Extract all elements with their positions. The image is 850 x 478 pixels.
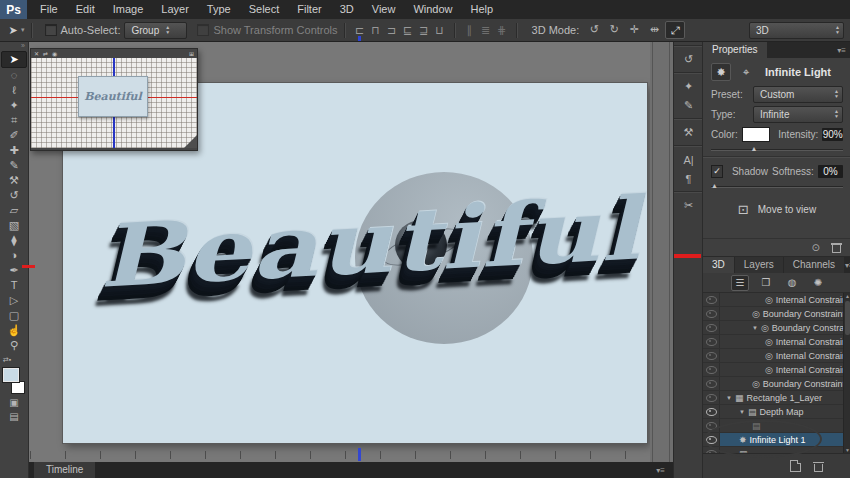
screen-mode-icon[interactable]: ▤ xyxy=(2,411,26,422)
layer-row[interactable]: ▼▦Rectangle 1_Layer xyxy=(703,391,844,405)
intensity-slider-thumb[interactable]: ▲ xyxy=(751,145,758,153)
softness-slider-thumb[interactable]: ▲ xyxy=(711,182,718,190)
align-horizontal-centers-icon[interactable]: ⊓ xyxy=(368,22,384,38)
menu-3d[interactable]: 3D xyxy=(331,0,363,19)
visibility-cell[interactable] xyxy=(703,293,720,306)
toggle-light-icon[interactable]: ⊙ xyxy=(812,242,820,253)
eye-icon[interactable] xyxy=(706,296,717,304)
scrollbar-thumb[interactable] xyxy=(845,301,850,335)
secondary-view-grid[interactable]: Beautiful xyxy=(31,58,197,148)
scene-filter-icon[interactable]: ☰ xyxy=(731,275,749,291)
layer-row-content[interactable]: ◎Boundary Constraint 12 xyxy=(720,377,844,390)
brushes-panel-icon[interactable]: ✎ xyxy=(674,96,703,115)
toolbar-collapse-icon[interactable]: » xyxy=(0,42,28,51)
quick-selection-tool[interactable]: ✦ xyxy=(2,98,26,113)
3d-slide-icon[interactable]: ⇹ xyxy=(645,21,663,37)
auto-select-target-dropdown[interactable]: Group ▲▼ xyxy=(124,22,187,39)
visibility-cell[interactable] xyxy=(703,377,720,390)
panel-menu-icon[interactable]: ▾≡ xyxy=(656,466,665,475)
tab-layers[interactable]: Layers xyxy=(735,257,783,273)
resize-corner-handle[interactable] xyxy=(184,135,197,148)
eraser-tool[interactable]: ▱ xyxy=(2,203,26,218)
layer-row[interactable]: ▼▤Depth Map xyxy=(703,405,844,419)
clone-stamp-tool[interactable]: ⚒ xyxy=(2,173,26,188)
visibility-cell[interactable] xyxy=(703,405,720,418)
marquee-tool[interactable]: ◌ xyxy=(2,68,26,83)
gradient-tool[interactable]: ▧ xyxy=(2,218,26,233)
layer-row[interactable]: ▼◎Boundary Constraint 8 xyxy=(703,321,844,335)
3d-scale-icon[interactable]: ⤢ xyxy=(665,21,685,39)
align-vertical-centers-icon[interactable]: ⊒ xyxy=(416,22,432,38)
menu-type[interactable]: Type xyxy=(198,0,240,19)
tab-3d[interactable]: 3D xyxy=(703,257,734,273)
visibility-cell[interactable] xyxy=(703,335,720,348)
expand-triangle-icon[interactable]: ▼ xyxy=(739,409,745,415)
eye-icon[interactable] xyxy=(706,366,717,374)
align-right-edges-icon[interactable]: ⊐ xyxy=(384,22,400,38)
layer-row-content[interactable]: ◎Internal Constraint 6 xyxy=(720,293,844,306)
light-color-swatch[interactable] xyxy=(742,127,771,142)
scroll-down-icon[interactable]: ▼ xyxy=(845,447,850,453)
layer-row[interactable]: ◎Boundary Constraint 7 xyxy=(703,307,844,321)
layer-row[interactable]: ◎Internal Constraint... xyxy=(703,349,844,363)
distribute-horizontal-icon[interactable]: ∥ xyxy=(462,22,478,38)
softness-value-field[interactable]: 0% xyxy=(818,165,843,178)
intensity-value-field[interactable]: 90% xyxy=(822,128,843,141)
expand-triangle-icon[interactable]: ▼ xyxy=(726,395,732,401)
hand-tool[interactable]: ☝ xyxy=(2,323,26,338)
move-tool-icon[interactable]: ➤ xyxy=(5,22,21,38)
eye-icon[interactable] xyxy=(706,352,717,360)
brush-tool[interactable]: ✎ xyxy=(2,158,26,173)
delete-icon[interactable] xyxy=(832,242,841,253)
menu-window[interactable]: Window xyxy=(404,0,461,19)
layer-row-content[interactable]: ◎Boundary Constraint 7 xyxy=(720,307,844,320)
clone-source-panel-icon[interactable]: ⚒ xyxy=(674,123,703,142)
shadow-checkbox[interactable]: ✓ xyxy=(711,165,723,178)
eye-icon[interactable] xyxy=(706,380,717,388)
intensity-slider[interactable]: ▲ xyxy=(711,145,843,153)
healing-brush-tool[interactable]: ✚ xyxy=(2,143,26,158)
layer-row[interactable]: ◎Internal Constraint... xyxy=(703,363,844,377)
visibility-cell[interactable] xyxy=(703,307,720,320)
dodge-tool[interactable]: ◑ xyxy=(2,248,26,263)
panel-menu-icon[interactable]: ▾≡ xyxy=(837,46,846,55)
eyedropper-tool[interactable]: ✐ xyxy=(2,128,26,143)
distribute-vertical-icon[interactable]: ≣ xyxy=(478,22,494,38)
scroll-up-icon[interactable]: ▲ xyxy=(845,293,850,299)
tool-preset-dropdown-icon[interactable]: ▾ xyxy=(21,26,25,34)
align-top-edges-icon[interactable]: ⊑ xyxy=(400,22,416,38)
3d-drag-icon[interactable]: ✛ xyxy=(625,21,643,37)
tab-channels[interactable]: Channels xyxy=(784,257,844,273)
layer-row[interactable]: ◎Boundary Constraint 12 xyxy=(703,377,844,391)
crop-tool[interactable]: ⌗ xyxy=(2,113,26,128)
menu-select[interactable]: Select xyxy=(240,0,289,19)
history-panel-icon[interactable]: ↺ xyxy=(674,50,703,69)
eye-icon[interactable] xyxy=(706,394,717,402)
layer-row[interactable]: ◎Internal Constraint 9 xyxy=(703,335,844,349)
menu-filter[interactable]: Filter xyxy=(288,0,330,19)
softness-slider[interactable]: ▲ xyxy=(711,182,843,190)
3d-text-object[interactable]: Beautiful xyxy=(36,174,701,309)
eye-icon[interactable] xyxy=(706,324,717,332)
materials-filter-icon[interactable]: ◍ xyxy=(783,275,801,291)
layer-row-content[interactable]: ◎Internal Constraint... xyxy=(720,349,844,362)
swap-colors-icon[interactable]: ⇄▪ xyxy=(1,356,27,364)
layer-row-content[interactable]: ▼▤Depth Map xyxy=(720,405,844,418)
character-panel-icon[interactable]: A| xyxy=(674,150,703,169)
zoom-tool[interactable]: ⚲ xyxy=(2,338,26,353)
timeline-playhead[interactable] xyxy=(358,448,361,461)
menu-image[interactable]: Image xyxy=(104,0,153,19)
history-brush-tool[interactable]: ↺ xyxy=(2,188,26,203)
swap-view-icon[interactable]: ⇄ xyxy=(43,50,48,57)
menu-file[interactable]: File xyxy=(31,0,67,19)
3d-rotate-icon[interactable]: ↺ xyxy=(585,21,603,37)
tool-presets-panel-icon[interactable]: ✂ xyxy=(674,196,703,215)
workspace-dropdown[interactable]: 3D ▲▼ xyxy=(749,22,844,39)
background-color-swatch[interactable] xyxy=(11,381,25,394)
new-item-icon[interactable] xyxy=(790,460,801,472)
visibility-cell[interactable] xyxy=(703,321,720,334)
quick-mask-icon[interactable]: ▣ xyxy=(2,397,26,408)
type-tool[interactable]: T xyxy=(2,278,26,293)
layer-row-content[interactable]: ◎Internal Constraint 9 xyxy=(720,335,844,348)
visibility-cell[interactable] xyxy=(703,391,720,404)
